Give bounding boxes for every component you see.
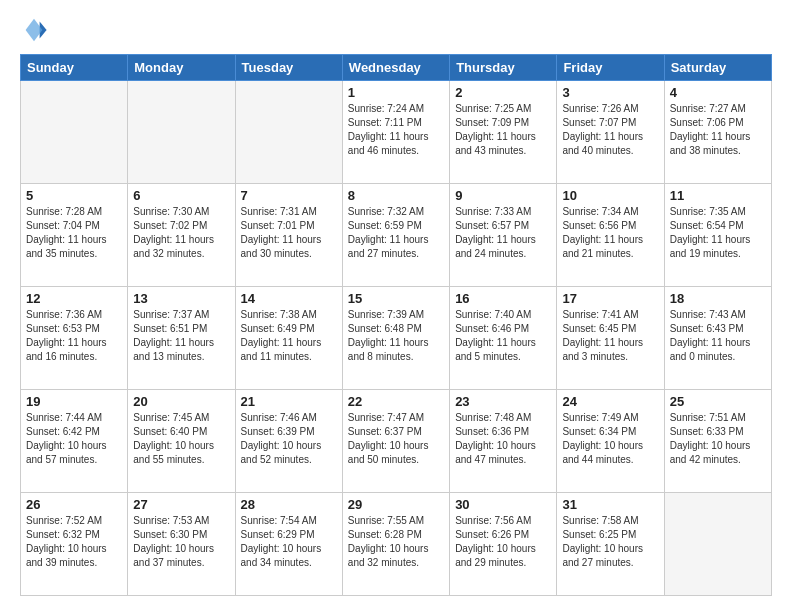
dow-header: Friday (557, 55, 664, 81)
week-row: 19Sunrise: 7:44 AM Sunset: 6:42 PM Dayli… (21, 390, 772, 493)
dow-header: Sunday (21, 55, 128, 81)
day-cell: 10Sunrise: 7:34 AM Sunset: 6:56 PM Dayli… (557, 184, 664, 287)
day-info: Sunrise: 7:43 AM Sunset: 6:43 PM Dayligh… (670, 308, 766, 364)
day-info: Sunrise: 7:41 AM Sunset: 6:45 PM Dayligh… (562, 308, 658, 364)
day-number: 22 (348, 394, 444, 409)
day-cell: 17Sunrise: 7:41 AM Sunset: 6:45 PM Dayli… (557, 287, 664, 390)
day-cell: 15Sunrise: 7:39 AM Sunset: 6:48 PM Dayli… (342, 287, 449, 390)
day-info: Sunrise: 7:39 AM Sunset: 6:48 PM Dayligh… (348, 308, 444, 364)
day-cell: 11Sunrise: 7:35 AM Sunset: 6:54 PM Dayli… (664, 184, 771, 287)
day-number: 31 (562, 497, 658, 512)
day-number: 14 (241, 291, 337, 306)
day-cell: 22Sunrise: 7:47 AM Sunset: 6:37 PM Dayli… (342, 390, 449, 493)
day-number: 15 (348, 291, 444, 306)
day-cell: 27Sunrise: 7:53 AM Sunset: 6:30 PM Dayli… (128, 493, 235, 596)
day-info: Sunrise: 7:35 AM Sunset: 6:54 PM Dayligh… (670, 205, 766, 261)
day-cell: 2Sunrise: 7:25 AM Sunset: 7:09 PM Daylig… (450, 81, 557, 184)
logo (20, 16, 52, 44)
week-row: 12Sunrise: 7:36 AM Sunset: 6:53 PM Dayli… (21, 287, 772, 390)
day-number: 21 (241, 394, 337, 409)
day-info: Sunrise: 7:34 AM Sunset: 6:56 PM Dayligh… (562, 205, 658, 261)
day-info: Sunrise: 7:26 AM Sunset: 7:07 PM Dayligh… (562, 102, 658, 158)
day-cell: 16Sunrise: 7:40 AM Sunset: 6:46 PM Dayli… (450, 287, 557, 390)
day-info: Sunrise: 7:36 AM Sunset: 6:53 PM Dayligh… (26, 308, 122, 364)
calendar-body: 1Sunrise: 7:24 AM Sunset: 7:11 PM Daylig… (21, 81, 772, 596)
day-number: 4 (670, 85, 766, 100)
day-cell: 13Sunrise: 7:37 AM Sunset: 6:51 PM Dayli… (128, 287, 235, 390)
day-number: 1 (348, 85, 444, 100)
day-info: Sunrise: 7:32 AM Sunset: 6:59 PM Dayligh… (348, 205, 444, 261)
day-cell: 30Sunrise: 7:56 AM Sunset: 6:26 PM Dayli… (450, 493, 557, 596)
day-number: 7 (241, 188, 337, 203)
day-number: 10 (562, 188, 658, 203)
day-cell: 20Sunrise: 7:45 AM Sunset: 6:40 PM Dayli… (128, 390, 235, 493)
day-info: Sunrise: 7:56 AM Sunset: 6:26 PM Dayligh… (455, 514, 551, 570)
day-number: 25 (670, 394, 766, 409)
day-number: 13 (133, 291, 229, 306)
day-cell (235, 81, 342, 184)
day-cell: 4Sunrise: 7:27 AM Sunset: 7:06 PM Daylig… (664, 81, 771, 184)
day-cell (664, 493, 771, 596)
day-info: Sunrise: 7:28 AM Sunset: 7:04 PM Dayligh… (26, 205, 122, 261)
day-info: Sunrise: 7:30 AM Sunset: 7:02 PM Dayligh… (133, 205, 229, 261)
week-row: 1Sunrise: 7:24 AM Sunset: 7:11 PM Daylig… (21, 81, 772, 184)
day-number: 27 (133, 497, 229, 512)
day-cell: 18Sunrise: 7:43 AM Sunset: 6:43 PM Dayli… (664, 287, 771, 390)
logo-icon (20, 16, 48, 44)
day-number: 9 (455, 188, 551, 203)
day-info: Sunrise: 7:47 AM Sunset: 6:37 PM Dayligh… (348, 411, 444, 467)
day-number: 11 (670, 188, 766, 203)
day-info: Sunrise: 7:40 AM Sunset: 6:46 PM Dayligh… (455, 308, 551, 364)
day-number: 19 (26, 394, 122, 409)
day-number: 8 (348, 188, 444, 203)
day-cell: 28Sunrise: 7:54 AM Sunset: 6:29 PM Dayli… (235, 493, 342, 596)
day-cell: 3Sunrise: 7:26 AM Sunset: 7:07 PM Daylig… (557, 81, 664, 184)
day-number: 12 (26, 291, 122, 306)
day-cell: 12Sunrise: 7:36 AM Sunset: 6:53 PM Dayli… (21, 287, 128, 390)
day-cell: 7Sunrise: 7:31 AM Sunset: 7:01 PM Daylig… (235, 184, 342, 287)
day-info: Sunrise: 7:31 AM Sunset: 7:01 PM Dayligh… (241, 205, 337, 261)
dow-header: Thursday (450, 55, 557, 81)
week-row: 5Sunrise: 7:28 AM Sunset: 7:04 PM Daylig… (21, 184, 772, 287)
dow-header: Wednesday (342, 55, 449, 81)
day-number: 6 (133, 188, 229, 203)
day-info: Sunrise: 7:55 AM Sunset: 6:28 PM Dayligh… (348, 514, 444, 570)
day-info: Sunrise: 7:33 AM Sunset: 6:57 PM Dayligh… (455, 205, 551, 261)
page: SundayMondayTuesdayWednesdayThursdayFrid… (0, 0, 792, 612)
calendar: SundayMondayTuesdayWednesdayThursdayFrid… (20, 54, 772, 596)
day-info: Sunrise: 7:54 AM Sunset: 6:29 PM Dayligh… (241, 514, 337, 570)
day-number: 5 (26, 188, 122, 203)
day-cell: 8Sunrise: 7:32 AM Sunset: 6:59 PM Daylig… (342, 184, 449, 287)
day-info: Sunrise: 7:44 AM Sunset: 6:42 PM Dayligh… (26, 411, 122, 467)
day-cell: 5Sunrise: 7:28 AM Sunset: 7:04 PM Daylig… (21, 184, 128, 287)
dow-header: Saturday (664, 55, 771, 81)
day-cell: 24Sunrise: 7:49 AM Sunset: 6:34 PM Dayli… (557, 390, 664, 493)
day-info: Sunrise: 7:53 AM Sunset: 6:30 PM Dayligh… (133, 514, 229, 570)
day-number: 23 (455, 394, 551, 409)
day-cell: 23Sunrise: 7:48 AM Sunset: 6:36 PM Dayli… (450, 390, 557, 493)
day-cell: 26Sunrise: 7:52 AM Sunset: 6:32 PM Dayli… (21, 493, 128, 596)
day-cell: 29Sunrise: 7:55 AM Sunset: 6:28 PM Dayli… (342, 493, 449, 596)
day-number: 3 (562, 85, 658, 100)
day-number: 26 (26, 497, 122, 512)
day-cell: 31Sunrise: 7:58 AM Sunset: 6:25 PM Dayli… (557, 493, 664, 596)
day-info: Sunrise: 7:48 AM Sunset: 6:36 PM Dayligh… (455, 411, 551, 467)
day-number: 30 (455, 497, 551, 512)
day-number: 2 (455, 85, 551, 100)
day-number: 29 (348, 497, 444, 512)
days-of-week-row: SundayMondayTuesdayWednesdayThursdayFrid… (21, 55, 772, 81)
day-cell (21, 81, 128, 184)
day-info: Sunrise: 7:51 AM Sunset: 6:33 PM Dayligh… (670, 411, 766, 467)
day-number: 28 (241, 497, 337, 512)
day-cell: 9Sunrise: 7:33 AM Sunset: 6:57 PM Daylig… (450, 184, 557, 287)
day-number: 24 (562, 394, 658, 409)
day-info: Sunrise: 7:46 AM Sunset: 6:39 PM Dayligh… (241, 411, 337, 467)
day-cell: 19Sunrise: 7:44 AM Sunset: 6:42 PM Dayli… (21, 390, 128, 493)
day-info: Sunrise: 7:38 AM Sunset: 6:49 PM Dayligh… (241, 308, 337, 364)
day-info: Sunrise: 7:45 AM Sunset: 6:40 PM Dayligh… (133, 411, 229, 467)
day-info: Sunrise: 7:27 AM Sunset: 7:06 PM Dayligh… (670, 102, 766, 158)
day-info: Sunrise: 7:24 AM Sunset: 7:11 PM Dayligh… (348, 102, 444, 158)
day-info: Sunrise: 7:25 AM Sunset: 7:09 PM Dayligh… (455, 102, 551, 158)
day-cell: 6Sunrise: 7:30 AM Sunset: 7:02 PM Daylig… (128, 184, 235, 287)
day-cell (128, 81, 235, 184)
